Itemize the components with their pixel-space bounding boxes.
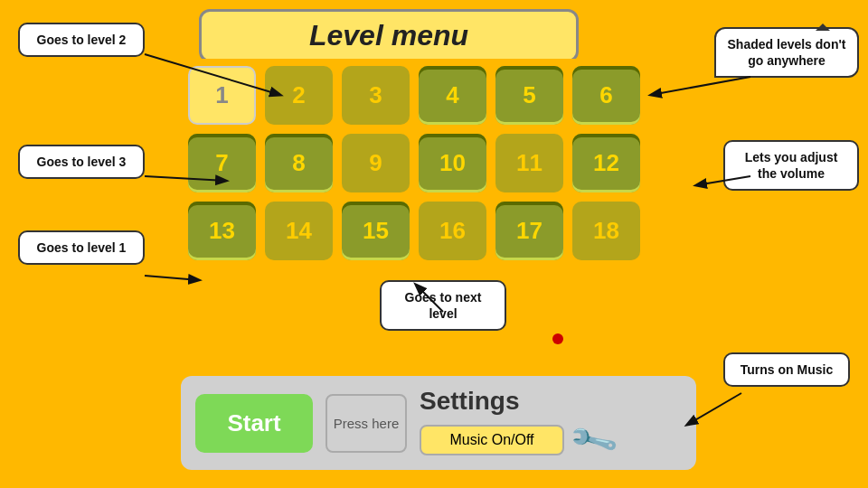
title-box: Level menu (199, 9, 579, 62)
svg-point-7 (552, 333, 563, 344)
callout-level1: Goes to level 1 (18, 230, 145, 265)
level-btn-9: 9 (342, 134, 410, 192)
level-row-2: 7 8 9 10 11 12 (188, 134, 689, 192)
level-btn-8[interactable]: 8 (265, 134, 333, 192)
level-grid: 1 2 3 4 5 6 7 8 9 10 11 12 13 14 15 16 1… (181, 59, 696, 277)
level-btn-18: 18 (572, 202, 640, 260)
bottom-controls: Start Press here Settings Music On/Off 🔧 (181, 376, 696, 470)
callout-next-level: Goes to next level (380, 280, 506, 331)
level-btn-10[interactable]: 10 (419, 134, 486, 192)
level-btn-17[interactable]: 17 (495, 202, 563, 260)
level-btn-11: 11 (495, 134, 563, 192)
callout-level2: Goes to level 2 (18, 23, 145, 57)
page-title: Level menu (309, 19, 468, 52)
settings-title: Settings (420, 387, 682, 416)
level-btn-5[interactable]: 5 (495, 66, 563, 125)
level-btn-2: 2 (265, 66, 333, 125)
level-btn-13[interactable]: 13 (188, 202, 256, 260)
level-btn-7[interactable]: 7 (188, 134, 256, 192)
wrench-icon: 🔧 (567, 414, 621, 467)
start-button[interactable]: Start (195, 394, 313, 453)
level-btn-14: 14 (265, 202, 333, 260)
press-here-button[interactable]: Press here (326, 394, 407, 453)
callout-music: Turns on Music (723, 352, 850, 387)
level-btn-16: 16 (419, 202, 486, 260)
level-btn-15[interactable]: 15 (342, 202, 410, 260)
music-onoff-button[interactable]: Music On/Off (420, 425, 564, 455)
level-btn-12[interactable]: 12 (572, 134, 640, 192)
level-btn-3: 3 (342, 66, 410, 125)
level-row-1: 1 2 3 4 5 6 (188, 66, 689, 125)
settings-area: Settings Music On/Off 🔧 (420, 387, 682, 459)
level-btn-4[interactable]: 4 (419, 66, 486, 125)
callout-level3: Goes to level 3 (18, 145, 145, 179)
callout-adjust: Lets you adjust the volume (723, 140, 859, 191)
level-btn-1[interactable]: 1 (188, 66, 256, 125)
level-btn-6[interactable]: 6 (572, 66, 640, 125)
callout-shaded: Shaded levels don't go anywhere (714, 27, 859, 78)
level-row-3: 13 14 15 16 17 18 (188, 202, 689, 260)
